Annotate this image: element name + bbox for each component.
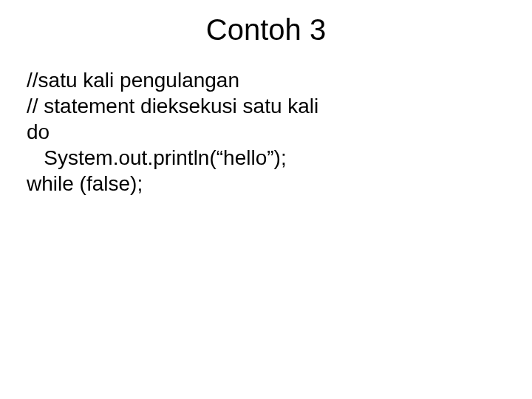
code-line: // statement dieksekusi satu kali <box>27 93 505 119</box>
code-line: System.out.println(“hello”); <box>27 145 505 171</box>
slide: Contoh 3 //satu kali pengulangan // stat… <box>0 0 532 399</box>
slide-body: //satu kali pengulangan // statement die… <box>0 67 532 197</box>
code-line: while (false); <box>27 171 505 197</box>
code-line: do <box>27 119 505 145</box>
slide-title: Contoh 3 <box>0 0 532 67</box>
code-line: //satu kali pengulangan <box>27 67 505 93</box>
